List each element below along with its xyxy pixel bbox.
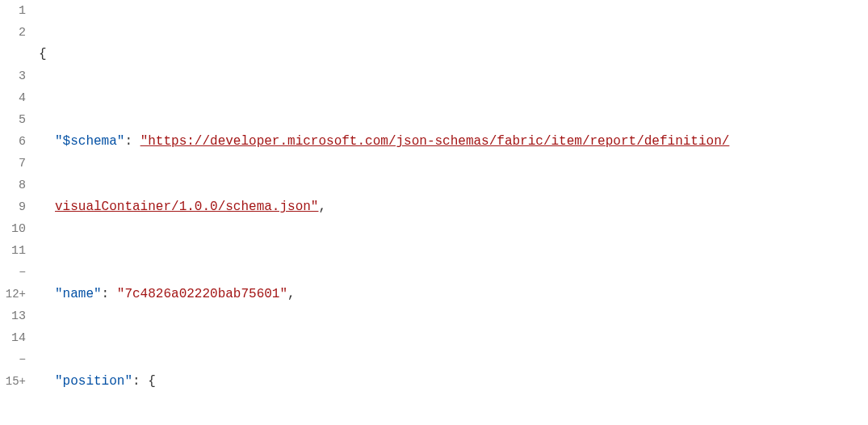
diff-deleted-marker[interactable]: −	[0, 262, 26, 284]
diff-added-marker[interactable]: 12+	[0, 284, 26, 305]
code-line: "name": "7c4826a02220bab75601",	[34, 284, 868, 305]
code-line: "position": {	[34, 371, 868, 393]
line-number[interactable]: 13	[0, 305, 26, 327]
line-number[interactable]: 14	[0, 327, 26, 349]
diff-deleted-marker[interactable]: −	[0, 349, 26, 371]
line-number[interactable]: 3	[0, 65, 26, 87]
code-line: "$schema": "https://developer.microsoft.…	[34, 131, 868, 153]
line-number[interactable]: 2	[0, 22, 26, 44]
line-number[interactable]: 4	[0, 87, 26, 109]
diff-editor: 1 2 · 3 4 5 6 7 8 9 10 11 − 12+ 13 14 − …	[0, 0, 868, 425]
line-number[interactable]: 9	[0, 196, 26, 218]
line-number[interactable]: 5	[0, 109, 26, 131]
line-number[interactable]: 1	[0, 0, 26, 22]
diff-added-marker[interactable]: 15+	[0, 371, 26, 393]
line-number[interactable]: 10	[0, 218, 26, 240]
line-number[interactable]: 6	[0, 131, 26, 153]
line-number-gutter: 1 2 · 3 4 5 6 7 8 9 10 11 − 12+ 13 14 − …	[0, 0, 34, 425]
line-number[interactable]: 8	[0, 175, 26, 196]
code-content[interactable]: { "$schema": "https://developer.microsof…	[34, 0, 868, 425]
code-line-wrap: visualContainer/1.0.0/schema.json",	[34, 196, 868, 218]
code-line: {	[34, 44, 868, 65]
line-number[interactable]: 11	[0, 240, 26, 262]
line-number[interactable]: 7	[0, 153, 26, 175]
